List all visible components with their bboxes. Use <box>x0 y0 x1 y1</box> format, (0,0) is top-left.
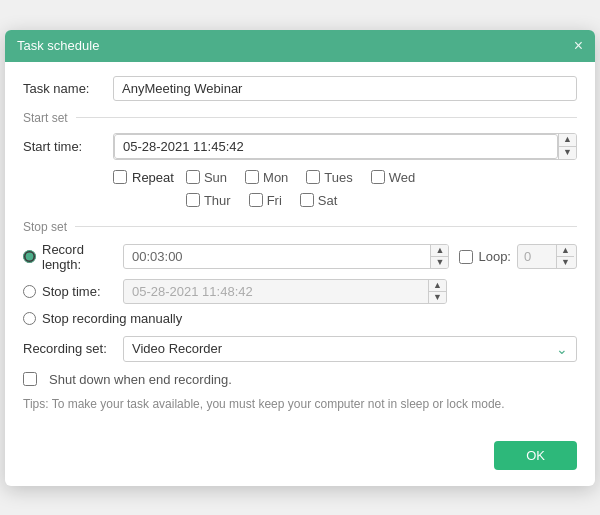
loop-label: Loop: <box>478 249 511 264</box>
recording-set-dropdown[interactable]: Video Recorder ⌄ <box>123 336 577 362</box>
record-length-label: Record length: <box>42 242 123 272</box>
day-wed-checkbox[interactable] <box>371 170 385 184</box>
stop-manually-row: Stop recording manually <box>23 311 577 326</box>
stop-time-up[interactable]: ▲ <box>429 280 446 292</box>
record-length-radio[interactable] <box>23 250 36 263</box>
loop-spinner: ▲ ▼ <box>517 244 577 269</box>
day-wed: Wed <box>371 170 416 185</box>
start-set-label: Start set <box>23 111 68 125</box>
stop-time-input <box>124 280 428 303</box>
loop-input[interactable] <box>518 245 556 268</box>
day-mon-checkbox[interactable] <box>245 170 259 184</box>
title-bar: Task schedule × <box>5 30 595 62</box>
dialog-footer: OK <box>5 441 595 486</box>
day-fri-label: Fri <box>267 193 282 208</box>
stop-time-down[interactable]: ▼ <box>429 292 446 303</box>
tips-text: Tips: To make your task available, you m… <box>23 397 577 411</box>
start-time-down[interactable]: ▼ <box>559 147 576 159</box>
start-time-up[interactable]: ▲ <box>559 134 576 147</box>
dialog-content: Task name: Start set Start time: ▲ ▼ Rep… <box>5 62 595 441</box>
day-mon: Mon <box>245 170 288 185</box>
loop-arrows: ▲ ▼ <box>556 245 574 268</box>
recording-set-row: Recording set: Video Recorder ⌄ <box>23 336 577 362</box>
stop-time-row: Stop time: ▲ ▼ <box>23 279 577 304</box>
day-tues-label: Tues <box>324 170 352 185</box>
day-thur: Thur <box>186 193 231 208</box>
task-name-row: Task name: <box>23 76 577 101</box>
repeat-section: Repeat Sun Mon Tues <box>23 170 577 212</box>
stop-time-radio[interactable] <box>23 285 36 298</box>
day-sun: Sun <box>186 170 227 185</box>
shutdown-row: Shut down when end recording. <box>23 372 577 387</box>
start-time-arrows: ▲ ▼ <box>558 134 576 159</box>
day-wed-label: Wed <box>389 170 416 185</box>
chevron-down-icon: ⌄ <box>556 341 568 357</box>
day-mon-label: Mon <box>263 170 288 185</box>
stop-manually-radio[interactable] <box>23 312 36 325</box>
stop-time-arrows: ▲ ▼ <box>428 280 446 303</box>
stop-set-section: Stop set <box>23 220 577 234</box>
loop-down[interactable]: ▼ <box>557 257 574 268</box>
day-sun-label: Sun <box>204 170 227 185</box>
shutdown-label: Shut down when end recording. <box>49 372 232 387</box>
record-length-radio-wrap: Record length: <box>23 242 123 272</box>
recording-set-value: Video Recorder <box>132 341 222 356</box>
loop-checkbox[interactable] <box>459 250 473 264</box>
loop-wrap: Loop: ▲ ▼ <box>459 244 577 269</box>
dialog-title: Task schedule <box>17 38 99 53</box>
close-button[interactable]: × <box>574 38 583 54</box>
day-thur-label: Thur <box>204 193 231 208</box>
record-length-arrows: ▲ ▼ <box>430 245 448 268</box>
stop-time-label: Stop time: <box>42 284 101 299</box>
day-tues: Tues <box>306 170 352 185</box>
stop-time-radio-wrap: Stop time: <box>23 284 123 299</box>
day-thur-checkbox[interactable] <box>186 193 200 207</box>
day-tues-checkbox[interactable] <box>306 170 320 184</box>
stop-set-label: Stop set <box>23 220 67 234</box>
days-grid: Sun Mon Tues Wed <box>186 170 433 212</box>
start-set-section: Start set <box>23 111 577 125</box>
record-length-input[interactable] <box>124 245 430 268</box>
day-fri-checkbox[interactable] <box>249 193 263 207</box>
record-length-up[interactable]: ▲ <box>431 245 448 257</box>
task-name-label: Task name: <box>23 81 113 96</box>
task-schedule-dialog: Task schedule × Task name: Start set Sta… <box>5 30 595 486</box>
ok-button[interactable]: OK <box>494 441 577 470</box>
start-time-spinner: ▲ ▼ <box>113 133 577 160</box>
repeat-label: Repeat <box>132 170 174 185</box>
stop-time-spinner: ▲ ▼ <box>123 279 447 304</box>
day-sat-label: Sat <box>318 193 338 208</box>
day-fri: Fri <box>249 193 282 208</box>
stop-manually-label: Stop recording manually <box>42 311 182 326</box>
day-sat-checkbox[interactable] <box>300 193 314 207</box>
start-time-input[interactable] <box>114 134 558 159</box>
task-name-input[interactable] <box>113 76 577 101</box>
record-length-row: Record length: ▲ ▼ Loop: ▲ ▼ <box>23 242 577 272</box>
loop-up[interactable]: ▲ <box>557 245 574 257</box>
record-length-down[interactable]: ▼ <box>431 257 448 268</box>
shutdown-checkbox[interactable] <box>23 372 37 386</box>
repeat-checkbox-wrap: Repeat <box>113 170 174 185</box>
day-sat: Sat <box>300 193 338 208</box>
start-time-row: Start time: ▲ ▼ <box>23 133 577 160</box>
repeat-checkbox[interactable] <box>113 170 127 184</box>
start-time-label: Start time: <box>23 139 113 154</box>
record-length-spinner: ▲ ▼ <box>123 244 449 269</box>
recording-set-label: Recording set: <box>23 341 123 356</box>
day-sun-checkbox[interactable] <box>186 170 200 184</box>
